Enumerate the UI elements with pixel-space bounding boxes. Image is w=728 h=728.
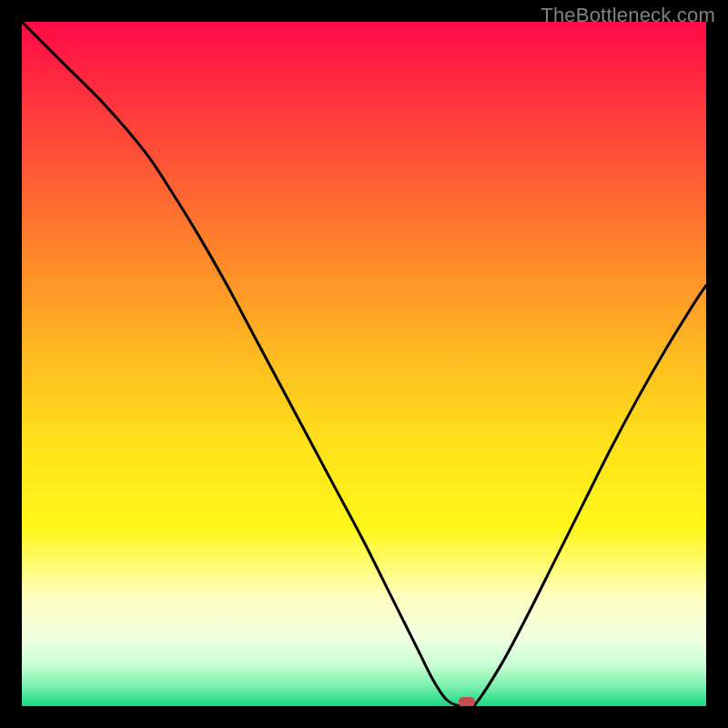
bottleneck-chart (22, 22, 706, 706)
highlight-marker (459, 697, 475, 706)
watermark-text: TheBottleneck.com (541, 4, 715, 27)
gradient-background (22, 22, 706, 706)
chart-frame: TheBottleneck.com (0, 0, 728, 728)
plot-area (22, 22, 706, 706)
